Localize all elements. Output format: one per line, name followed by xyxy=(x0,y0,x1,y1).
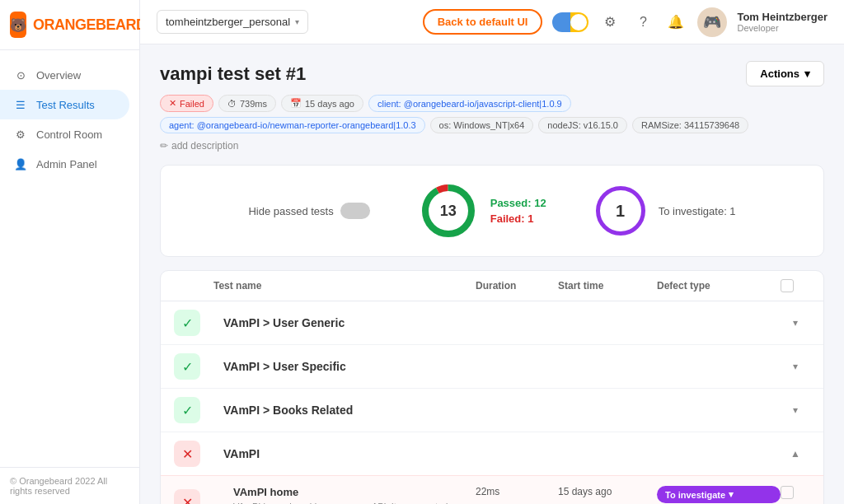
top-bar: tomheintzberger_personal ▾ Back to defau… xyxy=(140,0,844,44)
workspace-name: tomheintzberger_personal xyxy=(166,16,290,28)
page-header: vampi test set #1 Actions ▾ xyxy=(160,61,824,86)
table-row: ✓ VAmPI > Books Related ▾ xyxy=(161,389,823,432)
sidebar-item-admin-panel[interactable]: 👤 Admin Panel xyxy=(0,149,139,179)
row-user-generic[interactable]: ✓ VAmPI > User Generic ▾ xyxy=(161,301,823,344)
sidebar-item-test-results[interactable]: ☰ Test Results xyxy=(0,90,129,119)
header-checkbox[interactable] xyxy=(781,279,794,292)
user-info: Tom Heintzberger Developer xyxy=(737,11,828,33)
row-user-specific[interactable]: ✓ VAmPI > User Specific ▾ xyxy=(161,345,823,388)
pass-icon: ✓ xyxy=(174,353,200,380)
fail-icon: ✕ xyxy=(174,441,200,467)
client-tag: client: @orangebeard-io/javascript-clien… xyxy=(368,95,571,112)
table-row: ✓ VAmPI > User Generic ▾ xyxy=(161,301,823,345)
overview-icon: ⊙ xyxy=(13,68,28,82)
tags-row: ✕ Failed ⏱ 739ms 📅 15 days ago client: @… xyxy=(160,95,824,133)
actions-button[interactable]: Actions ▾ xyxy=(746,61,824,86)
pass-icon: ✓ xyxy=(174,397,200,423)
sidebar-item-label: Control Room xyxy=(36,128,102,141)
main-area: tomheintzberger_personal ▾ Back to defau… xyxy=(140,0,844,504)
donut-total: 13 xyxy=(440,203,457,220)
actions-chevron-icon: ▾ xyxy=(804,68,810,80)
sub-test-desc: VAmPI is a vulnerable on purpose API. It… xyxy=(223,501,466,504)
sidebar-footer: © Orangebeard 2022 All rights reserved xyxy=(0,467,139,504)
sub-row-vampi-home: ✕ VAmPI home VAmPI is a vulnerable on pu… xyxy=(161,475,823,504)
pencil-icon: ✏ xyxy=(160,140,168,152)
donut-chart: 13 Passed: 12 Failed: 1 xyxy=(420,182,546,240)
expand-icon: ▾ xyxy=(781,317,810,329)
add-description-link[interactable]: ✏ add description xyxy=(160,140,824,152)
fail-icon: ✕ xyxy=(174,489,200,504)
col-duration: Duration xyxy=(476,280,558,292)
sidebar-nav: ⊙ Overview ☰ Test Results ⚙ Control Room… xyxy=(0,50,139,467)
content-area: vampi test set #1 Actions ▾ ✕ Failed ⏱ 7… xyxy=(140,44,844,504)
sidebar-item-label: Test Results xyxy=(36,99,95,111)
row-name: VAmPI xyxy=(213,447,781,460)
expand-icon: ▾ xyxy=(781,361,810,372)
row-name: VAmPI > Books Related xyxy=(213,404,781,417)
sidebar: 🐻 ORANGEBEARD BETA ⊙ Overview ☰ Test Res… xyxy=(0,0,140,504)
sub-test-name: VAmPI home xyxy=(223,486,466,498)
back-to-default-button[interactable]: Back to default UI xyxy=(423,9,543,35)
admin-panel-icon: 👤 xyxy=(13,156,28,171)
table-header: Test name Duration Start time Defect typ… xyxy=(161,271,823,301)
add-description-label: add description xyxy=(171,140,238,152)
investigate-label: To investigate: 1 xyxy=(659,205,736,217)
sidebar-item-control-room[interactable]: ⚙ Control Room xyxy=(0,119,139,149)
agent-tag: agent: @orangebeard-io/newman-reporter-o… xyxy=(160,117,425,133)
collapse-icon: ▲ xyxy=(781,448,810,460)
notification-icon[interactable]: 🔔 xyxy=(664,11,687,34)
settings-icon[interactable]: ⚙ xyxy=(598,11,621,34)
actions-label: Actions xyxy=(760,68,799,80)
logo-icon: 🐻 xyxy=(10,12,26,38)
failed-count: Failed: 1 xyxy=(490,212,546,225)
duration-tag: ⏱ 739ms xyxy=(218,95,276,112)
sub-row-inner: ✕ VAmPI home VAmPI is a vulnerable on pu… xyxy=(161,476,823,504)
to-investigate-button[interactable]: To investigate ▾ xyxy=(657,486,781,503)
donut-svg: 13 xyxy=(420,182,477,240)
table-row: ✓ VAmPI > User Specific ▾ xyxy=(161,345,823,389)
os-tag: os: Windows_NT|x64 xyxy=(430,117,534,133)
hide-passed-toggle[interactable] xyxy=(340,203,370,219)
duration: 22ms xyxy=(476,486,558,497)
col-defect-type: Defect type xyxy=(657,280,781,292)
logo-text: ORANGEBEARD xyxy=(33,16,147,34)
ram-tag: RAMSize: 34115739648 xyxy=(632,117,748,133)
date-tag: 📅 15 days ago xyxy=(281,95,363,112)
investigate-badge: 1 xyxy=(596,186,645,236)
status-tag: ✕ Failed xyxy=(160,95,213,112)
sidebar-item-overview[interactable]: ⊙ Overview xyxy=(0,60,139,90)
ui-toggle[interactable] xyxy=(552,12,588,32)
logo-area: 🐻 ORANGEBEARD BETA xyxy=(0,0,139,50)
row-name: VAmPI > User Generic xyxy=(213,316,781,329)
start-time: 15 days ago xyxy=(558,486,657,497)
help-icon[interactable]: ? xyxy=(631,11,654,34)
sub-row-content: VAmPI home VAmPI is a vulnerable on purp… xyxy=(213,486,476,504)
table-row: ✕ VAmPI ▲ ✕ VAmPI home VAmPI is a vulner… xyxy=(161,432,823,504)
hide-passed-label: Hide passed tests xyxy=(248,205,333,217)
col-test-name: Test name xyxy=(213,280,476,292)
test-table: Test name Duration Start time Defect typ… xyxy=(160,270,824,504)
test-results-icon: ☰ xyxy=(13,97,28,112)
investigate-badge-label: To investigate xyxy=(665,490,725,500)
expand-icon: ▾ xyxy=(781,404,810,416)
sidebar-item-label: Admin Panel xyxy=(36,158,97,170)
hide-passed-control: Hide passed tests xyxy=(248,203,369,219)
row-name: VAmPI > User Specific xyxy=(213,360,781,373)
user-role: Developer xyxy=(737,23,828,33)
user-name: Tom Heintzberger xyxy=(737,11,828,23)
summary-card: Hide passed tests 13 Passed: xyxy=(160,165,824,257)
workspace-selector[interactable]: tomheintzberger_personal ▾ xyxy=(157,10,308,34)
donut-stats: Passed: 12 Failed: 1 xyxy=(490,197,546,225)
page-title: vampi test set #1 xyxy=(160,63,306,85)
row-books-related[interactable]: ✓ VAmPI > Books Related ▾ xyxy=(161,389,823,432)
pass-icon: ✓ xyxy=(174,310,200,336)
passed-count: Passed: 12 xyxy=(490,197,546,209)
investigate-chevron-icon: ▾ xyxy=(729,489,734,500)
investigate-section: 1 To investigate: 1 xyxy=(596,186,736,236)
avatar: 🎮 xyxy=(697,7,727,37)
nodejs-tag: nodeJS: v16.15.0 xyxy=(538,117,627,133)
row-vampi[interactable]: ✕ VAmPI ▲ xyxy=(161,432,823,475)
row-checkbox[interactable] xyxy=(781,486,794,499)
control-room-icon: ⚙ xyxy=(13,127,28,142)
sidebar-item-label: Overview xyxy=(36,69,81,82)
